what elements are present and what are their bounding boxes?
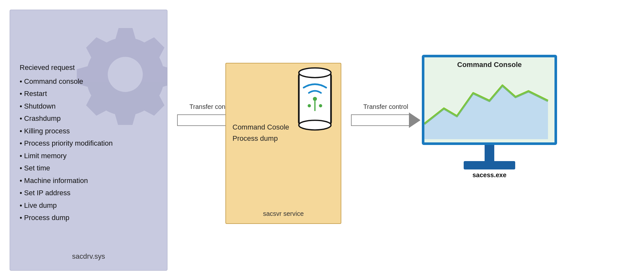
list-item: Live dump xyxy=(20,199,113,212)
monitor-graph xyxy=(424,70,554,139)
monitor-stand-neck xyxy=(485,145,494,161)
monitor-stand-base xyxy=(464,161,515,169)
list-item: Set IP address xyxy=(20,187,113,199)
sacsvr-label: sacsvr service xyxy=(263,210,304,217)
svg-point-1 xyxy=(299,68,331,78)
left-driver-box: Recieved request Command consoleRestartS… xyxy=(10,10,167,271)
list-item: Limit memory xyxy=(20,150,113,162)
monitor-container: Command Console sacess.exe xyxy=(422,55,557,179)
scroll-icon xyxy=(292,67,337,131)
sacsvr-box: Command Cosole Process dump sacsvr servi… xyxy=(225,63,341,224)
monitor-title: Command Console xyxy=(424,61,554,69)
driver-label: sacdrv.sys xyxy=(72,252,105,261)
arrow2-body xyxy=(351,114,409,126)
middle-box-line2: Process dump xyxy=(232,133,289,144)
svg-point-5 xyxy=(308,104,311,107)
arrow2-shape xyxy=(351,112,421,128)
svg-point-6 xyxy=(319,104,322,107)
list-item: Machine information xyxy=(20,175,113,187)
request-list: Command consoleRestartShutdownCrashdumpK… xyxy=(20,75,113,224)
list-item: Restart xyxy=(20,88,113,100)
arrow2-container: Transfer control xyxy=(351,103,421,128)
monitor-screen: Command Console xyxy=(422,55,557,145)
middle-box-text: Command Cosole Process dump xyxy=(232,121,289,144)
svg-point-2 xyxy=(299,120,331,130)
received-request-title: Recieved request xyxy=(20,62,113,74)
middle-box-line1: Command Cosole xyxy=(232,121,289,133)
arrow2-head xyxy=(409,112,421,128)
arrow2-label: Transfer control xyxy=(363,103,408,111)
list-item: Set time xyxy=(20,162,113,175)
monitor-screen-inner: Command Console xyxy=(424,57,554,142)
list-item: Shutdown xyxy=(20,100,113,113)
list-item: Process priority modification xyxy=(20,137,113,150)
svg-point-3 xyxy=(313,97,317,101)
left-box-content: Recieved request Command consoleRestartS… xyxy=(20,62,113,224)
list-item: Crashdump xyxy=(20,112,113,125)
list-item: Killing process xyxy=(20,125,113,138)
monitor-exe-label: sacess.exe xyxy=(422,171,557,179)
list-item: Command console xyxy=(20,75,113,88)
list-item: Process dump xyxy=(20,212,113,224)
